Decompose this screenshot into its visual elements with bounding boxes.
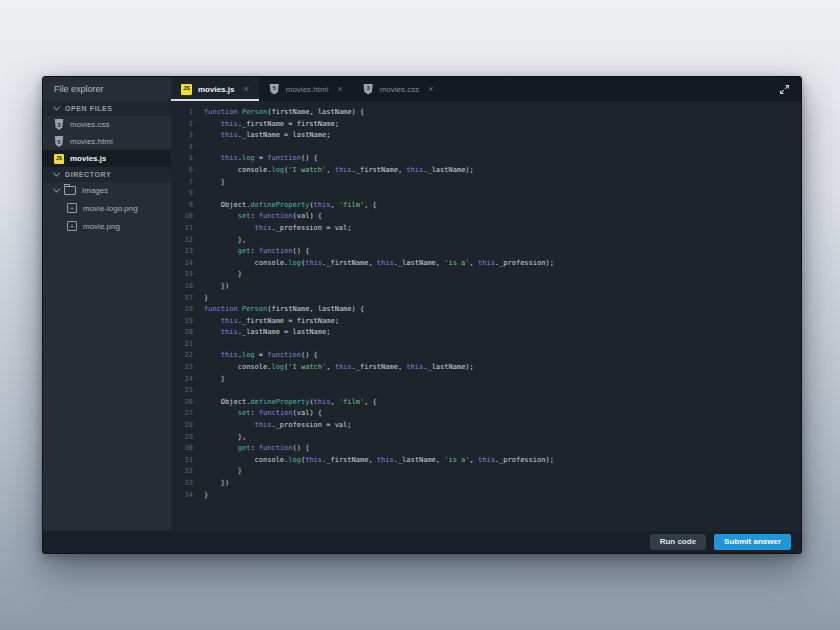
code-line: get: function() {	[204, 246, 554, 258]
code-line: }	[204, 374, 554, 386]
code-editor-window: File explorer OPEN FILES 3movies.css5mov…	[42, 76, 802, 554]
code-line: this._profession = val;	[204, 223, 554, 235]
tab-movies.html[interactable]: 5movies.html×	[259, 77, 353, 101]
directory-label: DIRECTORY	[65, 171, 111, 178]
chevron-down-icon	[53, 104, 60, 111]
code-editor[interactable]: 1234567891011121314151617181920212223242…	[171, 101, 801, 531]
line-number: 30	[171, 443, 193, 455]
tab-movies.css[interactable]: 3movies.css×	[353, 77, 444, 101]
code-line: Object.defineProperty(this, 'film', {	[204, 397, 554, 409]
chevron-down-icon	[53, 186, 60, 193]
file-label: movie.png	[83, 222, 120, 231]
code-line	[204, 385, 554, 397]
line-number: 33	[171, 478, 193, 490]
tab-movies.js[interactable]: JSmovies.js×	[171, 77, 259, 101]
code-line: console.log('I watch', this._firstName, …	[204, 362, 554, 374]
file-item-movies.js[interactable]: JSmovies.js	[43, 150, 171, 167]
code-line: console.log('I watch', this._firstName, …	[204, 165, 554, 177]
line-number: 19	[171, 316, 193, 328]
code-line: }	[204, 177, 554, 189]
folder-item-Images[interactable]: Images	[43, 182, 171, 199]
image-file-icon	[67, 221, 77, 231]
code-line: Object.defineProperty(this, 'film', {	[204, 200, 554, 212]
sidebar-title: File explorer	[43, 77, 171, 101]
code-line	[204, 188, 554, 200]
file-item-movies.html[interactable]: 5movies.html	[43, 133, 171, 150]
code-line: this._profession = val;	[204, 420, 554, 432]
line-number: 9	[171, 200, 193, 212]
code-line: console.log(this._firstName, this._lastN…	[204, 258, 554, 270]
line-number: 3	[171, 130, 193, 142]
expand-icon[interactable]	[773, 77, 801, 101]
folder-icon	[64, 186, 76, 195]
css-file-icon: 3	[54, 119, 64, 130]
open-files-list: 3movies.css5movies.htmlJSmovies.js	[43, 116, 171, 167]
line-number: 17	[171, 293, 193, 305]
line-number: 10	[171, 211, 193, 223]
code-line	[204, 142, 554, 154]
line-number: 14	[171, 258, 193, 270]
css-file-icon: 3	[363, 84, 374, 95]
line-number: 2	[171, 119, 193, 131]
code-line: this.log = function() {	[204, 153, 554, 165]
line-number: 25	[171, 385, 193, 397]
file-item-movie-logo.png[interactable]: movie-logo.png	[43, 199, 171, 217]
close-tab-icon[interactable]: ×	[428, 84, 433, 94]
run-code-button[interactable]: Run code	[650, 534, 706, 550]
submit-answer-button[interactable]: Submit answer	[714, 534, 791, 550]
file-label: movies.css	[70, 120, 110, 129]
tab-label: movies.css	[380, 85, 420, 94]
code-line: function Person(firstName, lastName) {	[204, 107, 554, 119]
code-line: })	[204, 478, 554, 490]
file-label: movie-logo.png	[83, 204, 138, 213]
line-number-gutter: 1234567891011121314151617181920212223242…	[171, 107, 193, 531]
code-line: }	[204, 466, 554, 478]
code-line: this._firstName = firstName;	[204, 316, 554, 328]
code-line: }	[204, 269, 554, 281]
close-tab-icon[interactable]: ×	[243, 84, 248, 94]
directory-section-header[interactable]: DIRECTORY	[43, 167, 171, 182]
code-line: }	[204, 293, 554, 305]
code-line: function Person(firstName, lastName) {	[204, 304, 554, 316]
code-line	[204, 339, 554, 351]
html-file-icon: 5	[269, 84, 280, 95]
line-number: 11	[171, 223, 193, 235]
line-number: 6	[171, 165, 193, 177]
open-files-section-header[interactable]: OPEN FILES	[43, 101, 171, 116]
line-number: 27	[171, 408, 193, 420]
line-number: 26	[171, 397, 193, 409]
code-line: this._lastName = lastName;	[204, 130, 554, 142]
line-number: 20	[171, 327, 193, 339]
code-line: this._firstName = firstName;	[204, 119, 554, 131]
code-line: },	[204, 235, 554, 247]
close-tab-icon[interactable]: ×	[337, 84, 342, 94]
image-file-icon	[67, 203, 77, 213]
tab-label: movies.js	[198, 85, 234, 94]
file-item-movies.css[interactable]: 3movies.css	[43, 116, 171, 133]
code-line: },	[204, 432, 554, 444]
open-files-label: OPEN FILES	[65, 105, 113, 112]
chevron-down-icon	[53, 170, 60, 177]
directory-tree: Imagesmovie-logo.pngmovie.png	[43, 182, 171, 235]
line-number: 32	[171, 466, 193, 478]
file-label: movies.js	[70, 154, 106, 163]
code-line: console.log(this._firstName, this._lastN…	[204, 455, 554, 467]
js-file-icon: JS	[54, 154, 64, 164]
line-number: 1	[171, 107, 193, 119]
code-line: get: function() {	[204, 443, 554, 455]
line-number: 12	[171, 235, 193, 247]
code-line: set: function(val) {	[204, 408, 554, 420]
folder-label: Images	[82, 186, 108, 195]
code-line: this.log = function() {	[204, 350, 554, 362]
tabs-container: JSmovies.js×5movies.html×3movies.css×	[171, 77, 444, 101]
js-file-icon: JS	[181, 84, 192, 95]
code-line: }	[204, 490, 554, 502]
file-item-movie.png[interactable]: movie.png	[43, 217, 171, 235]
code-line: this._lastName = lastName;	[204, 327, 554, 339]
line-number: 8	[171, 188, 193, 200]
line-number: 31	[171, 455, 193, 467]
line-number: 23	[171, 362, 193, 374]
expand-arrows-icon	[779, 84, 790, 95]
file-explorer-sidebar: File explorer OPEN FILES 3movies.css5mov…	[43, 77, 171, 531]
line-number: 16	[171, 281, 193, 293]
